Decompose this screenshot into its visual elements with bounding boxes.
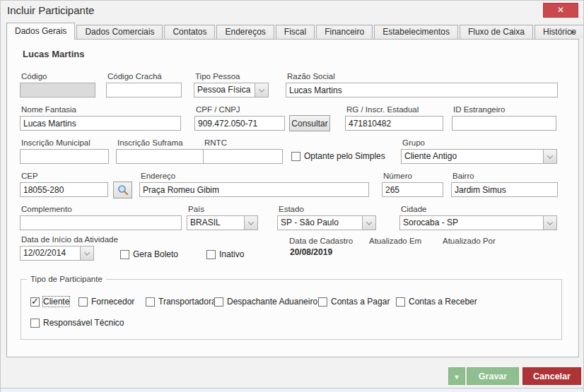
cpf-cnpj-input[interactable] (194, 116, 285, 131)
field-razao-social: Razão Social (286, 72, 558, 97)
cancelar-button[interactable]: Cancelar (522, 367, 581, 385)
field-cep: CEP (20, 172, 108, 197)
field-rntc: RNTC (203, 138, 283, 164)
cep-input[interactable] (20, 182, 108, 197)
cpf-cnpj-label: CPF / CNPJ (196, 105, 285, 114)
tab-contatos[interactable]: Contatos (164, 25, 215, 39)
gravar-dropdown-button[interactable]: ▼ (448, 367, 465, 385)
bairro-input[interactable] (451, 182, 558, 197)
cidade-label: Cidade (401, 205, 557, 214)
nome-fantasia-input[interactable] (20, 116, 181, 131)
tipo-participante-legend: Tipo de Participante (27, 275, 106, 283)
inscricao-municipal-input[interactable] (20, 149, 109, 164)
fornecedor-checkbox[interactable]: Fornecedor (78, 297, 134, 307)
inativo-checkbox[interactable]: Inativo (206, 249, 244, 259)
inscricao-suframa-input[interactable] (116, 149, 205, 164)
gera-boleto-checkbox[interactable]: Gera Boleto (120, 249, 178, 259)
razao-social-input[interactable] (286, 83, 558, 97)
gera-boleto-checkbox-box[interactable] (120, 250, 129, 259)
field-bairro: Bairro (451, 172, 558, 197)
tab-enderecos[interactable]: Endereços (216, 25, 274, 39)
complemento-input[interactable] (20, 215, 182, 230)
codigo-label: Código (21, 72, 95, 81)
close-icon: ✕ (557, 5, 564, 15)
tab-financeiro[interactable]: Financeiro (316, 25, 373, 39)
cliente-label: Cliente (43, 297, 69, 307)
search-icon (117, 184, 129, 196)
chevron-down-icon[interactable] (80, 247, 93, 260)
field-rg-inscr-estadual: RG / Inscr. Estadual (345, 105, 443, 131)
chevron-down-icon[interactable] (543, 216, 556, 230)
inscricao-suframa-label: Inscrição Suframa (117, 138, 205, 148)
contas-a-pagar-checkbox[interactable]: Contas a Pagar (318, 297, 390, 307)
chevron-down-icon[interactable] (362, 216, 375, 230)
cep-search-button[interactable] (113, 182, 132, 198)
field-id-estrangeiro: ID Estrangeiro (452, 105, 556, 131)
tab-dados-comerciais[interactable]: Dados Comerciais (76, 25, 163, 39)
rntc-label: RNTC (204, 138, 283, 148)
responsavel-tecnico-checkbox-box[interactable] (30, 319, 40, 328)
field-estado: Estado SP - São Paulo (277, 205, 376, 230)
cidade-value: Sorocaba - SP (400, 216, 543, 230)
field-tipo-pessoa: Tipo Pessoa Pessoa Física (194, 72, 269, 97)
field-endereco: Endereço (139, 172, 369, 197)
codigo-input (20, 83, 95, 97)
dialog-title: Incluir Participante (7, 4, 94, 16)
pais-select[interactable]: BRASIL (187, 215, 258, 230)
tab-fluxo-de-caixa[interactable]: Fluxo de Caixa (460, 25, 533, 39)
chevron-down-icon[interactable] (244, 216, 257, 230)
chevron-down-icon[interactable] (543, 150, 556, 163)
optante-simples-checkbox-box[interactable] (291, 152, 300, 161)
consultar-button[interactable]: Consultar (289, 115, 330, 131)
field-pais: País BRASIL (187, 205, 258, 230)
estado-select[interactable]: SP - São Paulo (277, 215, 376, 230)
rntc-input[interactable] (203, 149, 283, 164)
contas-a-pagar-checkbox-box[interactable] (318, 297, 327, 307)
gravar-button[interactable]: Gravar (467, 367, 519, 385)
contas-a-receber-checkbox[interactable]: Contas a Receber (396, 297, 477, 307)
cidade-select[interactable]: Sorocaba - SP (399, 215, 557, 230)
fornecedor-checkbox-box[interactable] (78, 297, 88, 307)
numero-input[interactable] (382, 182, 443, 197)
optante-simples-checkbox[interactable]: Optante pelo Simples (291, 151, 385, 161)
contas-a-receber-checkbox-box[interactable] (396, 297, 405, 307)
cliente-checkbox[interactable]: Cliente (30, 297, 69, 307)
despachante-aduaneiro-checkbox[interactable]: Despachante Aduaneiro (214, 297, 317, 307)
tab-dados-gerais[interactable]: Dados Gerais (6, 23, 75, 40)
chevron-down-icon[interactable] (255, 83, 268, 97)
bairro-label: Bairro (452, 172, 558, 181)
transportadora-checkbox-box[interactable] (146, 297, 155, 307)
tipo-pessoa-select[interactable]: Pessoa Física (194, 83, 269, 97)
field-codigo: Código (20, 72, 95, 97)
codigo-cracha-input[interactable] (106, 83, 182, 97)
data-inicio-atividade-label: Data de Início da Atividade (21, 235, 94, 244)
rg-inscr-estadual-input[interactable] (345, 116, 443, 131)
responsavel-tecnico-checkbox[interactable]: Responsável Técnico (30, 318, 124, 328)
close-button[interactable]: ✕ (543, 3, 578, 18)
tab-estabelecimentos[interactable]: Estabelecimentos (374, 25, 458, 39)
pais-label: País (188, 205, 258, 214)
despachante-aduaneiro-checkbox-box[interactable] (214, 297, 223, 307)
tab-bar: Dados Gerais Dados Comerciais Contatos E… (6, 23, 578, 39)
optante-simples-label: Optante pelo Simples (304, 151, 385, 161)
data-inicio-atividade-select[interactable]: 12/02/2014 (20, 246, 94, 261)
id-estrangeiro-label: ID Estrangeiro (453, 105, 556, 114)
data-inicio-atividade-value: 12/02/2014 (21, 247, 80, 260)
cliente-checkbox-box[interactable] (30, 297, 40, 307)
id-estrangeiro-input[interactable] (452, 116, 556, 131)
tab-page-dados-gerais: Lucas Martins Código Código Crachá Tipo … (6, 39, 579, 357)
tipo-pessoa-label: Tipo Pessoa (195, 72, 269, 81)
estado-value: SP - São Paulo (278, 216, 362, 230)
endereco-input[interactable] (139, 182, 369, 197)
transportadora-checkbox[interactable]: Transportadora (146, 297, 216, 307)
grupo-value: Cliente Antigo (402, 150, 543, 163)
dialog-incluir-participante: Incluir Participante ✕ Dados Gerais Dado… (0, 0, 584, 392)
despachante-aduaneiro-label: Despachante Aduaneiro (227, 297, 317, 307)
tab-scroll-right-icon[interactable]: ► (570, 28, 576, 36)
grupo-select[interactable]: Cliente Antigo (401, 149, 557, 164)
field-complemento: Complemento (20, 205, 182, 230)
tab-fiscal[interactable]: Fiscal (276, 25, 315, 39)
field-cpf-cnpj: CPF / CNPJ (194, 105, 285, 131)
tab-scroll-left-icon[interactable]: ◄ (559, 28, 565, 36)
inativo-checkbox-box[interactable] (206, 250, 216, 259)
